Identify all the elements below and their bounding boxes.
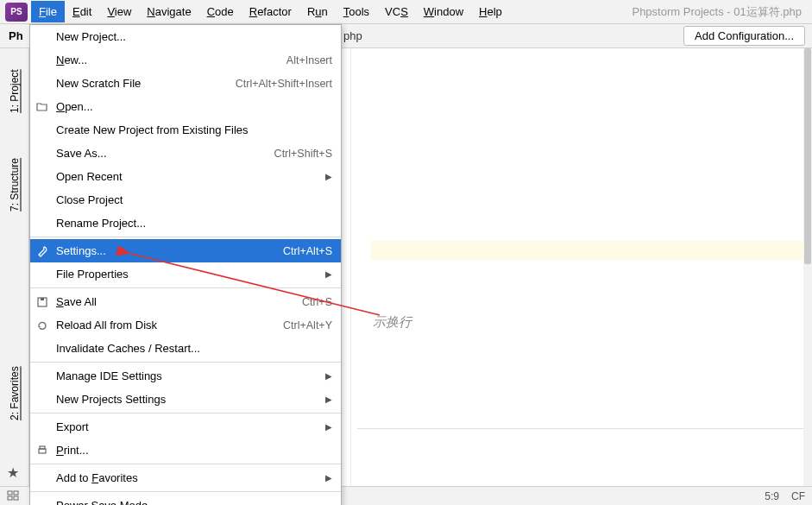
svg-rect-9	[14, 496, 18, 500]
menu-navigate[interactable]: Navigate	[139, 1, 198, 22]
menu-settings[interactable]: Settings...Ctrl+Alt+S	[30, 239, 341, 262]
menu-separator	[30, 464, 341, 464]
menu-edit[interactable]: Edit	[65, 1, 99, 22]
chevron-right-icon: ▶	[325, 422, 332, 432]
save-icon	[35, 295, 49, 309]
file-menu-dropdown: New Project... New...Alt+Insert New Scra…	[29, 24, 342, 505]
menu-refactor[interactable]: Refactor	[242, 1, 299, 22]
editor-hint-text: 示换行	[373, 314, 412, 331]
folder-icon	[35, 100, 49, 114]
menu-help[interactable]: Help	[471, 1, 510, 22]
favorites-star-icon: ★	[7, 464, 19, 481]
add-configuration-button[interactable]: Add Configuration...	[683, 26, 805, 46]
chevron-right-icon: ▶	[325, 371, 332, 381]
scrollbar-thumb[interactable]	[804, 48, 811, 264]
menu-reload-from-disk[interactable]: Reload All from DiskCtrl+Alt+Y	[30, 313, 341, 337]
menu-separator	[30, 362, 341, 363]
menu-window[interactable]: Window	[416, 1, 471, 22]
menu-separator	[30, 491, 341, 492]
menu-save-all[interactable]: Save AllCtrl+S	[30, 290, 341, 313]
svg-rect-6	[8, 491, 12, 495]
chevron-right-icon: ▶	[325, 269, 332, 279]
svg-rect-7	[14, 491, 18, 495]
menu-new-scratch[interactable]: New Scratch FileCtrl+Alt+Shift+Insert	[30, 72, 341, 95]
sidebar-tab-favorites[interactable]: 2: Favorites	[0, 355, 28, 432]
wrench-icon	[35, 244, 49, 258]
breadcrumb: Ph	[0, 29, 23, 42]
status-encoding[interactable]: CF	[791, 490, 805, 502]
reload-icon	[35, 319, 49, 332]
sidebar-tab-project[interactable]: 1: Project	[0, 57, 28, 126]
menu-new-project[interactable]: New Project...	[30, 25, 341, 48]
chevron-right-icon: ▶	[325, 172, 332, 181]
menu-close-project[interactable]: Close Project	[30, 188, 341, 211]
svg-rect-2	[39, 449, 46, 453]
menu-file-properties[interactable]: File Properties▶	[30, 262, 341, 286]
chevron-right-icon: ▶	[325, 395, 332, 404]
menu-run[interactable]: Run	[299, 1, 336, 22]
menu-tools[interactable]: Tools	[336, 1, 377, 22]
scrollbar-track[interactable]	[803, 48, 812, 486]
menu-file[interactable]: File	[31, 1, 65, 22]
left-sidebar: 1: Project 7: Structure 2: Favorites ★	[0, 48, 29, 486]
menu-power-save[interactable]: Power Save Mode	[30, 494, 341, 505]
svg-rect-3	[40, 446, 45, 449]
menu-open-recent[interactable]: Open Recent▶	[30, 165, 341, 188]
menu-code[interactable]: Code	[199, 1, 242, 22]
menu-open[interactable]: Open...	[30, 95, 341, 118]
menu-separator	[30, 413, 341, 413]
menu-new[interactable]: New...Alt+Insert	[30, 48, 341, 72]
status-icon[interactable]	[7, 489, 21, 503]
menu-separator	[30, 287, 341, 288]
print-icon	[35, 444, 49, 458]
menu-print[interactable]: Print...	[30, 439, 341, 462]
current-line-highlight	[371, 241, 807, 260]
menu-new-projects-settings[interactable]: New Projects Settings▶	[30, 388, 341, 411]
menu-vcs[interactable]: VCS	[377, 1, 416, 22]
menu-separator	[30, 237, 341, 237]
chevron-right-icon: ▶	[325, 473, 332, 483]
sidebar-tab-structure[interactable]: 7: Structure	[0, 143, 28, 225]
menu-add-to-favorites[interactable]: Add to Favorites▶	[30, 466, 341, 489]
app-icon: PS	[5, 3, 28, 22]
menu-create-from-existing[interactable]: Create New Project from Existing Files	[30, 118, 341, 142]
window-title: Phpstorm Projects - 01运算符.php	[632, 4, 802, 20]
menu-view[interactable]: View	[99, 1, 139, 22]
svg-rect-8	[8, 496, 12, 500]
menu-rename-project[interactable]: Rename Project...	[30, 211, 341, 235]
editor-tab-text: php	[343, 29, 362, 42]
status-position[interactable]: 5:9	[765, 490, 779, 502]
menu-manage-ide-settings[interactable]: Manage IDE Settings▶	[30, 364, 341, 388]
menubar: PS File Edit View Navigate Code Refactor…	[0, 0, 812, 24]
svg-rect-1	[41, 298, 44, 300]
menu-invalidate-caches[interactable]: Invalidate Caches / Restart...	[30, 337, 341, 360]
editor-divider	[357, 428, 807, 429]
gutter-border	[350, 48, 351, 486]
menu-save-as[interactable]: Save As...Ctrl+Shift+S	[30, 142, 341, 165]
menu-export[interactable]: Export▶	[30, 415, 341, 439]
